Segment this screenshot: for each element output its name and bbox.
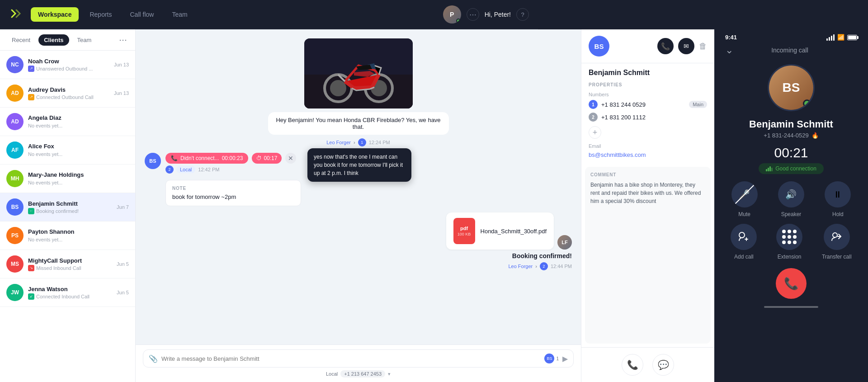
contact-list: NC Noah Crow ↗ Unanswered Outbound ... J… (0, 51, 135, 382)
nav-callflow[interactable]: Call flow (123, 7, 161, 22)
contact-big-avatar: BS (589, 36, 609, 57)
nav-avatar[interactable]: P (443, 5, 461, 24)
hold-btn[interactable]: ⏸ Hold (825, 181, 851, 217)
nav-more-btn[interactable]: ⋯ (467, 8, 479, 21)
contact-name: Mary-Jane Holdings (28, 171, 129, 178)
call-duration-pill[interactable]: ⏱ 00:17 (252, 153, 282, 164)
attach-icon[interactable]: 📎 (149, 354, 158, 363)
numbers-label: Numbers (589, 92, 707, 97)
contact-event: Booking confirmed! (36, 208, 79, 214)
comment-section: COMMENT Benjamin has a bike shop in Mont… (585, 167, 711, 344)
comment-text: Benjamin has a bike shop in Monterey, th… (590, 181, 705, 205)
avatar: BS (6, 198, 24, 216)
contact-event: No events yet... (28, 151, 62, 157)
contact-item-angela-diaz[interactable]: AD Angela Diaz No events yet... (0, 108, 135, 136)
contact-event: Connected Inbound Call (36, 294, 90, 299)
contact-item-mightycall-support[interactable]: MS MightyCall Support ↘ Missed Inbound C… (0, 250, 135, 278)
message-input-area: 📎 BS 1 ▶ Local +1 213 647 2453 ▾ (136, 344, 581, 382)
hold-label: Hold (832, 211, 844, 217)
contact-name: MightyCall Support (28, 257, 112, 264)
contact-item-jenna-watson[interactable]: JW Jenna Watson ↙ Connected Inbound Call… (0, 278, 135, 307)
number-badge-2: 2 (589, 113, 598, 122)
contact-date: Jun 5 (117, 261, 129, 267)
call-didnt-connect-pill[interactable]: 📞 Didn't connect... 00:00:23 (165, 153, 248, 164)
send-icon[interactable]: ▶ (562, 354, 568, 363)
phone-panel: 9:41 📶 ⌄ Incoming ca (714, 29, 868, 382)
pdf-time: 12:44 PM (551, 264, 572, 269)
contact-item-audrey-davis[interactable]: AD Audrey Davis ↗ Connected Outbound Cal… (0, 79, 135, 108)
contact-event: No events yet... (28, 180, 62, 185)
number-value-2: +1 831 200 1112 (601, 114, 646, 121)
tab-team[interactable]: Team (72, 34, 97, 46)
close-icon[interactable]: ✕ (285, 153, 296, 164)
end-call-btn[interactable]: 📞 (776, 268, 807, 299)
pdf-agent: Leo Forger (508, 264, 533, 269)
extension-label: Extension (778, 254, 802, 260)
contact-item-payton-shannon[interactable]: PS Payton Shannon No events yet... (0, 222, 135, 250)
contact-name: Payton Shannon (28, 228, 129, 235)
phone-chevron-down-icon[interactable]: ⌄ (725, 44, 733, 56)
transfer-call-btn[interactable]: Transfer call (822, 224, 852, 260)
bottom-chat-btn[interactable]: 💬 (652, 354, 674, 376)
bottom-call-btn[interactable]: 📞 (622, 354, 643, 376)
contact-full-name: Benjamin Schmitt (581, 63, 714, 79)
contact-event: Connected Outbound Call (36, 94, 94, 100)
svg-point-3 (330, 80, 346, 96)
pdf-card[interactable]: pdf 100 KB Honda_Schmitt_30off.pdf (446, 212, 554, 250)
flame-icon: 🔥 (811, 132, 819, 139)
nav-reports[interactable]: Reports (82, 7, 119, 22)
contact-date: Jun 13 (114, 62, 129, 67)
email-action-btn[interactable]: ✉ (678, 38, 694, 54)
email-value: bs@schmittbikes.com (589, 151, 646, 158)
signal-bars-icon (766, 166, 773, 171)
message-input[interactable] (161, 355, 541, 362)
delete-icon[interactable]: 🗑 (699, 42, 707, 51)
number-row-1: 1 +1 831 244 0529 Main (589, 100, 707, 109)
avatar: AD (6, 85, 24, 102)
svg-point-7 (833, 233, 837, 237)
mute-label: Mute (738, 211, 750, 217)
contact-item-noah-crow[interactable]: NC Noah Crow ↗ Unanswered Outbound ... J… (0, 51, 135, 79)
comment-label: COMMENT (590, 172, 705, 177)
local-number-badge[interactable]: +1 213 647 2453 (340, 370, 385, 377)
sender-avatar-sm: LF (557, 235, 572, 250)
contact-event: Unanswered Outbound ... (36, 66, 93, 71)
avatar: NC (6, 56, 24, 73)
contact-name: Angela Diaz (28, 114, 129, 121)
booking-confirmed: Booking confirmed! (512, 252, 572, 259)
pdf-filename: Honda_Schmitt_30off.pdf (481, 228, 547, 235)
speaker-btn[interactable]: 🔊 Speaker (778, 181, 804, 217)
tab-clients[interactable]: Clients (38, 34, 69, 46)
local-badge: Local (176, 166, 195, 173)
number-row-2: 2 +1 831 200 1112 (589, 113, 707, 122)
tab-more-btn[interactable]: ⋯ (117, 34, 129, 46)
avatar: AD (6, 113, 24, 130)
svg-point-6 (739, 232, 745, 238)
online-dot (803, 99, 811, 108)
tab-recent[interactable]: Recent (6, 34, 36, 46)
local-label: Local (326, 371, 338, 377)
transfer-call-label: Transfer call (822, 254, 852, 260)
input-avatar-badge: BS (544, 354, 554, 363)
nav-team[interactable]: Team (165, 7, 194, 22)
message-time: 12:24 PM (369, 140, 390, 145)
chevron-down-icon[interactable]: ▾ (388, 371, 391, 377)
nav-workspace[interactable]: Workspace (31, 7, 79, 22)
contact-name: Jenna Watson (28, 286, 112, 292)
call-avatar: BS (145, 153, 161, 169)
add-number-btn[interactable]: + (589, 126, 601, 139)
call-action-btn[interactable]: 📞 (657, 38, 674, 54)
home-bar (764, 306, 818, 308)
chat-panel: Hey Benjamin! You mean Honda CBR Firebla… (136, 29, 581, 382)
extension-btn[interactable]: Extension (776, 224, 802, 260)
nav-help-btn[interactable]: ? (516, 8, 529, 21)
phone-caller-name: Benjamin Schmitt (714, 118, 868, 130)
note-label: NOTE (172, 186, 294, 191)
contact-item-maryjane-holdings[interactable]: MH Mary-Jane Holdings No events yet... (0, 165, 135, 193)
signal-icon (826, 34, 835, 41)
contact-item-benjamin-schmitt[interactable]: BS Benjamin Schmitt ← Booking confirmed!… (0, 193, 135, 222)
add-call-btn[interactable]: Add call (731, 224, 757, 260)
mute-btn[interactable]: 🎤 Mute (731, 181, 758, 217)
contact-item-alice-fox[interactable]: AF Alice Fox No events yet... (0, 136, 135, 165)
main-tag: Main (689, 101, 707, 108)
